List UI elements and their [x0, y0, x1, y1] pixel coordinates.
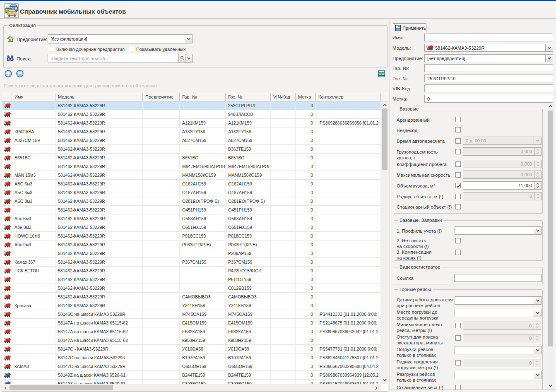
svg-text:XLSX: XLSX	[379, 73, 385, 75]
